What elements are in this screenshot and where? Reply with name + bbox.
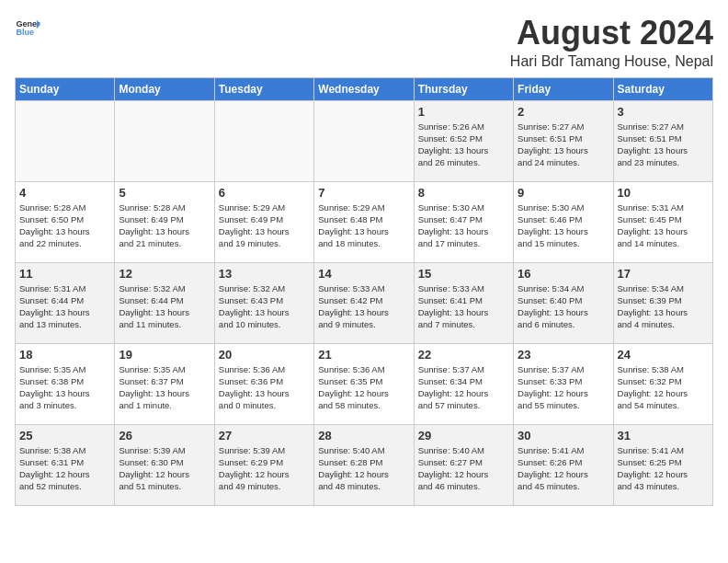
day-number: 5 (119, 186, 210, 200)
day-number: 4 (19, 186, 110, 200)
day-number: 2 (518, 105, 609, 119)
day-info: Sunrise: 5:34 AM Sunset: 6:40 PM Dayligh… (518, 282, 609, 331)
weekday-header-tuesday: Tuesday (214, 77, 313, 100)
calendar-day-cell: 2Sunrise: 5:27 AM Sunset: 6:51 PM Daylig… (514, 100, 613, 181)
day-number: 8 (418, 186, 509, 200)
weekday-header-thursday: Thursday (414, 77, 513, 100)
day-number: 12 (119, 267, 210, 281)
day-info: Sunrise: 5:33 AM Sunset: 6:41 PM Dayligh… (418, 282, 509, 331)
day-info: Sunrise: 5:34 AM Sunset: 6:39 PM Dayligh… (618, 282, 709, 331)
day-number: 11 (19, 267, 110, 281)
day-info: Sunrise: 5:38 AM Sunset: 6:31 PM Dayligh… (19, 444, 110, 493)
calendar-day-cell: 22Sunrise: 5:37 AM Sunset: 6:34 PM Dayli… (414, 343, 513, 424)
weekday-header-sunday: Sunday (16, 77, 115, 100)
day-number: 24 (618, 348, 709, 362)
weekday-header-friday: Friday (514, 77, 613, 100)
day-info: Sunrise: 5:32 AM Sunset: 6:44 PM Dayligh… (119, 282, 210, 331)
calendar-day-cell: 19Sunrise: 5:35 AM Sunset: 6:37 PM Dayli… (115, 343, 214, 424)
day-info: Sunrise: 5:39 AM Sunset: 6:30 PM Dayligh… (119, 444, 210, 493)
calendar-day-cell: 30Sunrise: 5:41 AM Sunset: 6:26 PM Dayli… (514, 424, 613, 505)
day-info: Sunrise: 5:32 AM Sunset: 6:43 PM Dayligh… (219, 282, 310, 331)
day-number: 27 (219, 429, 310, 442)
calendar-day-cell (16, 100, 115, 181)
day-number: 1 (418, 105, 509, 119)
calendar-day-cell: 7Sunrise: 5:29 AM Sunset: 6:48 PM Daylig… (314, 181, 414, 262)
day-info: Sunrise: 5:41 AM Sunset: 6:25 PM Dayligh… (618, 444, 709, 493)
calendar-day-cell: 17Sunrise: 5:34 AM Sunset: 6:39 PM Dayli… (613, 262, 712, 343)
calendar-day-cell (314, 100, 414, 181)
calendar-day-cell (115, 100, 214, 181)
calendar-day-cell: 24Sunrise: 5:38 AM Sunset: 6:32 PM Dayli… (613, 343, 712, 424)
day-number: 30 (518, 429, 609, 442)
day-number: 10 (618, 186, 709, 200)
day-info: Sunrise: 5:29 AM Sunset: 6:48 PM Dayligh… (318, 201, 409, 250)
calendar-day-cell: 18Sunrise: 5:35 AM Sunset: 6:38 PM Dayli… (16, 343, 115, 424)
day-info: Sunrise: 5:30 AM Sunset: 6:47 PM Dayligh… (418, 201, 509, 250)
day-info: Sunrise: 5:35 AM Sunset: 6:37 PM Dayligh… (119, 363, 210, 412)
day-info: Sunrise: 5:27 AM Sunset: 6:51 PM Dayligh… (618, 121, 709, 169)
calendar-day-cell: 1Sunrise: 5:26 AM Sunset: 6:52 PM Daylig… (414, 100, 513, 181)
weekday-header-monday: Monday (115, 77, 214, 100)
day-number: 31 (618, 429, 709, 442)
day-info: Sunrise: 5:33 AM Sunset: 6:42 PM Dayligh… (318, 282, 409, 331)
day-number: 22 (418, 348, 509, 362)
weekday-header-wednesday: Wednesday (314, 77, 414, 100)
day-info: Sunrise: 5:36 AM Sunset: 6:35 PM Dayligh… (318, 363, 409, 412)
day-number: 3 (618, 105, 709, 119)
day-number: 19 (119, 348, 210, 362)
day-info: Sunrise: 5:30 AM Sunset: 6:46 PM Dayligh… (518, 201, 609, 250)
calendar-day-cell: 6Sunrise: 5:29 AM Sunset: 6:49 PM Daylig… (214, 181, 313, 262)
day-info: Sunrise: 5:31 AM Sunset: 6:44 PM Dayligh… (19, 282, 110, 331)
weekday-header-saturday: Saturday (613, 77, 712, 100)
calendar-week-row: 1Sunrise: 5:26 AM Sunset: 6:52 PM Daylig… (16, 100, 713, 181)
day-number: 20 (219, 348, 310, 362)
day-number: 14 (318, 267, 409, 281)
calendar-week-row: 11Sunrise: 5:31 AM Sunset: 6:44 PM Dayli… (16, 262, 713, 343)
title-block: August 2024 Hari Bdr Tamang House, Nepal (510, 15, 713, 70)
calendar-day-cell: 8Sunrise: 5:30 AM Sunset: 6:47 PM Daylig… (414, 181, 513, 262)
calendar-day-cell: 16Sunrise: 5:34 AM Sunset: 6:40 PM Dayli… (514, 262, 613, 343)
weekday-header-row: SundayMondayTuesdayWednesdayThursdayFrid… (16, 77, 713, 100)
calendar-day-cell: 20Sunrise: 5:36 AM Sunset: 6:36 PM Dayli… (214, 343, 313, 424)
day-info: Sunrise: 5:40 AM Sunset: 6:27 PM Dayligh… (418, 444, 509, 493)
calendar-week-row: 25Sunrise: 5:38 AM Sunset: 6:31 PM Dayli… (16, 424, 713, 505)
calendar-day-cell: 29Sunrise: 5:40 AM Sunset: 6:27 PM Dayli… (414, 424, 513, 505)
day-number: 28 (318, 429, 409, 442)
calendar-day-cell: 25Sunrise: 5:38 AM Sunset: 6:31 PM Dayli… (16, 424, 115, 505)
day-number: 16 (518, 267, 609, 281)
logo-icon: General Blue (15, 15, 40, 40)
calendar-day-cell: 13Sunrise: 5:32 AM Sunset: 6:43 PM Dayli… (214, 262, 313, 343)
day-info: Sunrise: 5:37 AM Sunset: 6:33 PM Dayligh… (518, 363, 609, 412)
calendar-day-cell: 21Sunrise: 5:36 AM Sunset: 6:35 PM Dayli… (314, 343, 414, 424)
day-info: Sunrise: 5:27 AM Sunset: 6:51 PM Dayligh… (518, 121, 609, 169)
day-info: Sunrise: 5:29 AM Sunset: 6:49 PM Dayligh… (219, 201, 310, 250)
day-number: 23 (518, 348, 609, 362)
calendar-day-cell: 31Sunrise: 5:41 AM Sunset: 6:25 PM Dayli… (613, 424, 712, 505)
day-info: Sunrise: 5:26 AM Sunset: 6:52 PM Dayligh… (418, 121, 509, 169)
day-number: 6 (219, 186, 310, 200)
day-number: 17 (618, 267, 709, 281)
calendar-week-row: 4Sunrise: 5:28 AM Sunset: 6:50 PM Daylig… (16, 181, 713, 262)
calendar-day-cell: 11Sunrise: 5:31 AM Sunset: 6:44 PM Dayli… (16, 262, 115, 343)
calendar-day-cell: 5Sunrise: 5:28 AM Sunset: 6:49 PM Daylig… (115, 181, 214, 262)
day-number: 26 (119, 429, 210, 442)
day-number: 13 (219, 267, 310, 281)
calendar-day-cell: 3Sunrise: 5:27 AM Sunset: 6:51 PM Daylig… (613, 100, 712, 181)
day-info: Sunrise: 5:38 AM Sunset: 6:32 PM Dayligh… (618, 363, 709, 412)
day-info: Sunrise: 5:28 AM Sunset: 6:50 PM Dayligh… (19, 201, 110, 250)
calendar-day-cell (214, 100, 313, 181)
logo: General Blue (15, 15, 40, 40)
day-number: 29 (418, 429, 509, 442)
calendar-week-row: 18Sunrise: 5:35 AM Sunset: 6:38 PM Dayli… (16, 343, 713, 424)
calendar-day-cell: 26Sunrise: 5:39 AM Sunset: 6:30 PM Dayli… (115, 424, 214, 505)
day-info: Sunrise: 5:40 AM Sunset: 6:28 PM Dayligh… (318, 444, 409, 493)
day-info: Sunrise: 5:36 AM Sunset: 6:36 PM Dayligh… (219, 363, 310, 412)
month-year-title: August 2024 (510, 15, 713, 52)
svg-text:Blue: Blue (16, 28, 34, 37)
location-subtitle: Hari Bdr Tamang House, Nepal (510, 53, 713, 70)
calendar-day-cell: 23Sunrise: 5:37 AM Sunset: 6:33 PM Dayli… (514, 343, 613, 424)
calendar-day-cell: 14Sunrise: 5:33 AM Sunset: 6:42 PM Dayli… (314, 262, 414, 343)
page-header: General Blue August 2024 Hari Bdr Tamang… (15, 15, 713, 70)
day-info: Sunrise: 5:37 AM Sunset: 6:34 PM Dayligh… (418, 363, 509, 412)
calendar-day-cell: 15Sunrise: 5:33 AM Sunset: 6:41 PM Dayli… (414, 262, 513, 343)
